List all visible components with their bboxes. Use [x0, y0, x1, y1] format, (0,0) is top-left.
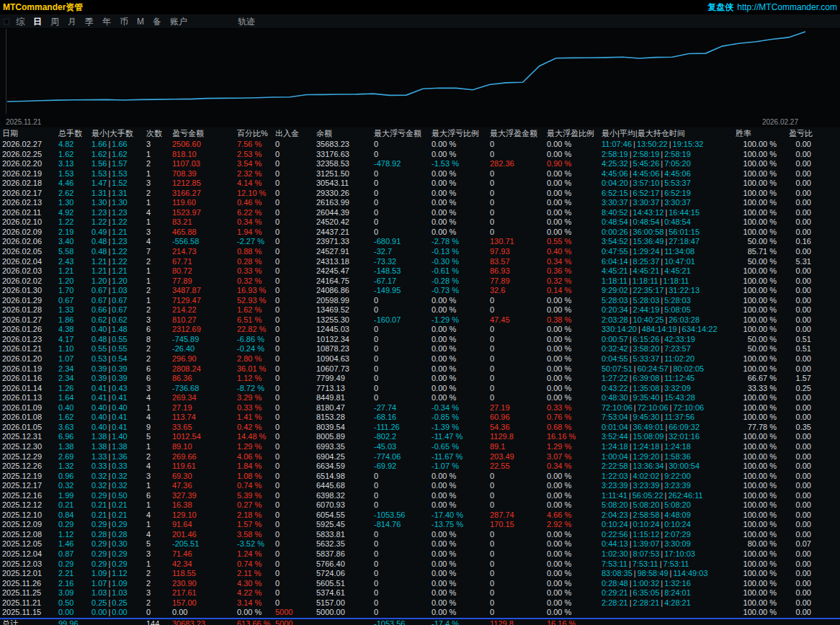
cell-holding-time: 0:28:48|1:00:32|1:32:16: [599, 579, 733, 589]
cell-date: 2025.11.15: [0, 608, 56, 619]
cell-max-float-profit-amount: 89.1: [488, 442, 545, 452]
cell-count: 1: [144, 266, 170, 276]
table-row[interactable]: 2026.02.031.211.21|1.21180.720.33 %02424…: [0, 266, 840, 276]
cell-cash-flow: 0: [273, 539, 314, 549]
table-row[interactable]: 2025.12.301.381.38|1.38189.101.29 %06993…: [0, 442, 840, 452]
menu-item-年[interactable]: 年: [98, 14, 115, 29]
cell-pnl-percent: 0.28 %: [235, 257, 273, 267]
table-row[interactable]: 2025.11.262.161.07|1.092230.904.30 %0560…: [0, 579, 840, 589]
menu-item-季[interactable]: 季: [81, 14, 98, 29]
table-row[interactable]: 2026.01.090.400.40|0.40127.190.33 %08180…: [0, 403, 840, 413]
cell-pnl-amount: 80.72: [170, 266, 235, 276]
cell-max-float-loss-amount: 0: [372, 325, 429, 335]
table-row[interactable]: 2025.11.210.500.25|0.252157.003.14 %0515…: [0, 598, 840, 608]
table-row[interactable]: 2026.02.172.621.31|1.3123166.2712.10 %02…: [0, 189, 840, 199]
cell-profit-loss-ratio: 1.57: [787, 374, 840, 384]
cell-total-lots: 2.43: [56, 257, 89, 267]
cell-max-float-loss-percent: 0.00 %: [429, 481, 488, 491]
table-row[interactable]: 2026.01.141.260.41|0.433-736.68-8.72 %07…: [0, 384, 840, 394]
cell-pnl-amount: 118.55: [170, 569, 235, 579]
cell-cash-flow: 0: [273, 315, 314, 325]
menu-item-账户[interactable]: 账户: [166, 14, 192, 29]
menu-item-日[interactable]: 日: [29, 14, 46, 29]
table-row[interactable]: 2026.02.101.221.22|1.22183.210.34 %02452…: [0, 217, 840, 228]
cell-max-float-profit-percent: 0.90 %: [545, 159, 599, 169]
table-row[interactable]: 2025.12.040.870.29|0.29371.461.24 %05837…: [0, 549, 840, 559]
table-row[interactable]: 2025.12.261.320.33|0.334119.611.84 %0663…: [0, 462, 840, 472]
cell-balance: 6993.35: [314, 442, 372, 452]
table-row[interactable]: 2026.02.203.131.56|1.5721107.033.54 %032…: [0, 159, 840, 169]
menu-item-轨迹[interactable]: 轨迹: [233, 14, 259, 29]
cell-pnl-amount: 7129.47: [170, 296, 235, 306]
table-row[interactable]: 2026.02.063.400.48|1.234-556.58-2.27 %02…: [0, 237, 840, 247]
cell-holding-time: 1:18:11|1:18:11|1:18:11: [599, 276, 733, 287]
table-row[interactable]: 2026.02.092.190.49|1.213465.881.94 %0244…: [0, 228, 840, 238]
table-row[interactable]: 2025.11.253.091.03|1.033217.614.22 %0537…: [0, 588, 840, 598]
table-row[interactable]: 2025.12.120.210.21|0.21116.380.27 %06070…: [0, 500, 840, 511]
cell-cash-flow: 0: [273, 228, 314, 238]
cell-win-rate: 100.00 %: [733, 530, 787, 540]
table-row[interactable]: 2026.02.042.431.21|1.22267.710.28 %02431…: [0, 257, 840, 267]
cell-count: 9: [144, 423, 170, 433]
menu-item-综[interactable]: 综: [12, 14, 29, 29]
cell-max-float-loss-amount: 0: [372, 500, 429, 511]
table-row[interactable]: 2026.02.131.301.30|1.301119.600.46 %0261…: [0, 198, 840, 208]
menu-item-M[interactable]: M: [133, 14, 148, 29]
cell-max-float-loss-amount: 0: [372, 169, 429, 179]
cell-pnl-amount: 214.22: [170, 305, 235, 315]
cell-profit-loss-ratio: 0.00: [787, 442, 840, 452]
table-row[interactable]: 2025.12.012.211.09|1.122118.552.11 %0572…: [0, 569, 840, 579]
cell-min-max-lots: 1.33|1.36: [89, 452, 144, 462]
cell-cash-flow: 0: [273, 305, 314, 315]
table-row[interactable]: 2026.02.055.580.48|1.227214.730.88 %0245…: [0, 247, 840, 257]
table-row[interactable]: 2026.01.053.630.40|0.41933.650.42 %08039…: [0, 423, 840, 433]
cell-max-float-loss-percent: 0.00 %: [429, 500, 488, 511]
table-row[interactable]: 2026.01.192.340.39|0.3962808.2436.01 %01…: [0, 364, 840, 374]
table-row[interactable]: 2026.02.021.201.20|1.20177.890.32 %02416…: [0, 276, 840, 287]
table-row[interactable]: 2025.12.100.840.21|0.214129.102.18 %0605…: [0, 511, 840, 521]
table-row[interactable]: 2026.01.201.070.53|0.542296.902.80 %0109…: [0, 354, 840, 364]
cell-date: 2026.02.03: [0, 266, 56, 276]
total-row[interactable]: 总计99.9614430683.23613.66 %5000-1053.56-1…: [0, 619, 840, 625]
table-row[interactable]: 2026.01.301.700.67|1.0323487.8716.93 %02…: [0, 286, 840, 296]
table-row[interactable]: 2025.12.316.961.38|1.4051012.5414.48 %08…: [0, 432, 840, 442]
table-row[interactable]: 2025.11.150.000.00|0.0000.000.00 %500050…: [0, 608, 840, 619]
table-row[interactable]: 2025.12.190.960.32|0.32369.301.08 %06514…: [0, 472, 840, 482]
table-row[interactable]: 2025.12.030.290.29|0.29142.340.74 %05766…: [0, 559, 840, 570]
table-row[interactable]: 2026.02.251.621.62|1.621818.102.53 %0331…: [0, 150, 840, 160]
table-row[interactable]: 2026.01.290.670.67|0.6717129.4752.93 %02…: [0, 296, 840, 306]
table-row[interactable]: 2025.12.161.990.29|0.506327.395.39 %0639…: [0, 491, 840, 501]
table-row[interactable]: 2026.02.274.821.66|1.6632506.607.56 %035…: [0, 140, 840, 150]
table-row[interactable]: 2026.01.281.330.66|0.672214.221.62 %0134…: [0, 305, 840, 315]
table-row[interactable]: 2026.02.184.461.47|1.5231212.854.14 %030…: [0, 179, 840, 189]
menu-item-币[interactable]: 币: [115, 14, 133, 29]
column-header-max-float-loss-percent: 最大浮亏比例: [429, 127, 488, 140]
table-row[interactable]: 2026.01.271.860.62|0.623810.276.51 %0132…: [0, 315, 840, 325]
cell-count: 1: [144, 276, 170, 287]
table-row[interactable]: 2026.01.234.170.48|0.558-745.89-6.86 %01…: [0, 335, 840, 345]
table-row[interactable]: 2025.12.170.320.32|0.32147.360.74 %06445…: [0, 481, 840, 491]
window-icon: [4, 19, 9, 24]
table-row[interactable]: 2025.12.292.691.33|1.362269.664.06 %0690…: [0, 452, 840, 462]
menu-item-备[interactable]: 备: [148, 14, 166, 29]
table-row[interactable]: 2026.01.081.620.40|0.414113.741.41 %0815…: [0, 413, 840, 423]
cell-holding-time: 0:48:54|0:48:54|0:48:54: [599, 217, 733, 228]
menu-item-月[interactable]: 月: [63, 14, 81, 29]
cell-profit-loss-ratio: 0.00: [787, 403, 840, 413]
table-row[interactable]: 2025.12.090.290.29|0.29191.641.57 %05925…: [0, 520, 840, 530]
cell-min-max-lots: 1.38|1.40: [89, 432, 144, 442]
cell-holding-time: 0:01:04|36:49:01|66:09:32: [599, 423, 733, 433]
table-row[interactable]: 2025.12.081.120.28|0.284201.463.58 %0583…: [0, 530, 840, 540]
table-row[interactable]: 2025.12.051.460.29|0.305-205.51-3.52 %05…: [0, 539, 840, 549]
menu-item-周[interactable]: 周: [46, 14, 63, 29]
table-row[interactable]: 2026.01.131.640.41|0.414269.343.29 %0844…: [0, 393, 840, 403]
table-row[interactable]: 2026.02.191.531.53|1.531708.392.32 %0312…: [0, 169, 840, 179]
cell-min-max-lots: 0.48|0.55: [89, 335, 144, 345]
table-row[interactable]: 2026.01.264.380.40|1.4862312.6922.82 %01…: [0, 325, 840, 335]
cell-max-float-profit-amount: 0: [488, 530, 545, 540]
table-row[interactable]: 2026.02.114.921.23|1.2341523.976.22 %026…: [0, 208, 840, 218]
daily-stats-table: 日期总手数最小|大手数次数盈亏金额百分比%出入金余额最大浮亏金额最大浮亏比例最大…: [0, 127, 840, 625]
table-row[interactable]: 2026.01.211.100.55|0.552-26.40-0.24 %010…: [0, 344, 840, 354]
cell-max-float-profit-amount: 0: [488, 481, 545, 491]
table-row[interactable]: 2026.01.162.340.39|0.39686.361.12 %07799…: [0, 374, 840, 384]
